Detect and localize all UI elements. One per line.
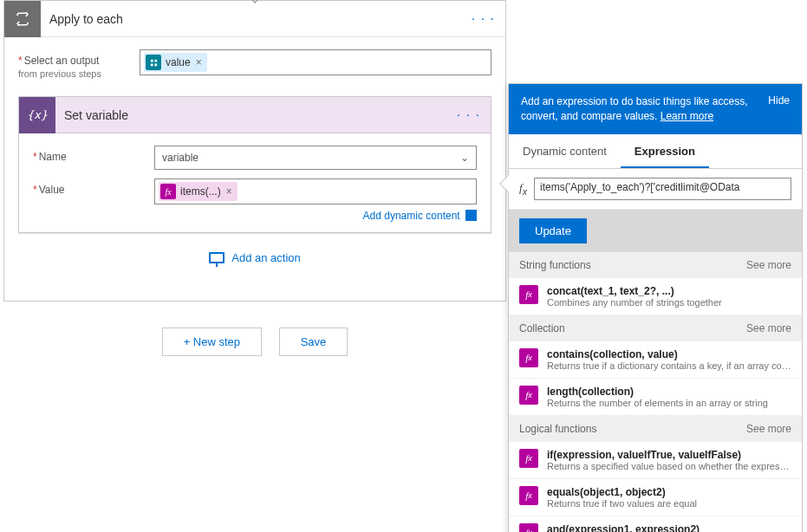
fx-icon: fx xyxy=(519,285,538,304)
function-list-scroll[interactable]: String functionsSee morefxconcat(text_1,… xyxy=(509,252,802,532)
save-button[interactable]: Save xyxy=(279,328,348,356)
value-input[interactable]: fx items(...) × xyxy=(154,178,477,204)
variable-icon: {x} xyxy=(19,97,55,133)
function-item[interactable]: fxif(expression, valueIfTrue, valueIfFal… xyxy=(509,442,802,479)
loop-icon xyxy=(4,1,41,37)
select-output-label: *Select an output from previous steps xyxy=(18,49,140,79)
apply-to-each-card: Apply to each · · · *Select an output fr… xyxy=(3,0,506,302)
function-section-header: String functionsSee more xyxy=(509,252,802,278)
apply-to-each-title: Apply to each xyxy=(41,12,472,26)
function-name: contains(collection, value) xyxy=(547,348,791,360)
function-name: equals(object1, object2) xyxy=(547,486,791,498)
function-item[interactable]: fxcontains(collection, value)Returns tru… xyxy=(509,341,802,379)
remove-pill-icon[interactable]: × xyxy=(196,56,202,68)
tab-dynamic-content[interactable]: Dynamic content xyxy=(509,134,621,168)
fx-icon: fx xyxy=(160,184,176,199)
fx-icon: fx xyxy=(519,449,538,468)
function-item[interactable]: fxlength(collection)Returns the number o… xyxy=(509,379,802,416)
panel-tip: Add an expression to do basic things lik… xyxy=(521,94,759,124)
select-output-input[interactable]: value × xyxy=(140,49,491,75)
function-item[interactable]: fxconcat(text_1, text_2?, ...)Combines a… xyxy=(509,278,802,315)
set-variable-title: Set variable xyxy=(55,108,457,122)
function-item[interactable]: fxequals(object1, object2)Returns true i… xyxy=(509,479,802,516)
function-name: length(collection) xyxy=(547,386,791,398)
function-desc: Returns the number of elements in an arr… xyxy=(547,398,791,408)
fx-icon: fx xyxy=(519,348,538,367)
set-variable-menu[interactable]: · · · xyxy=(457,107,480,123)
update-button[interactable]: Update xyxy=(519,218,587,243)
function-section-header: CollectionSee more xyxy=(509,315,802,341)
learn-more-link[interactable]: Learn more xyxy=(661,110,713,122)
function-name: and(expression1, expression2) xyxy=(547,523,791,532)
output-pill-value[interactable]: value × xyxy=(144,53,207,72)
see-more-link[interactable]: See more xyxy=(746,259,791,271)
value-label: *Value xyxy=(33,178,154,196)
expression-panel: Add an expression to do basic things lik… xyxy=(508,83,803,532)
function-item[interactable]: fxand(expression1, expression2)Returns t… xyxy=(509,516,802,532)
hide-panel-button[interactable]: Hide xyxy=(768,94,790,124)
add-action-button[interactable]: Add an action xyxy=(209,251,301,264)
tab-expression[interactable]: Expression xyxy=(621,134,709,168)
fx-icon: fx xyxy=(519,523,538,532)
see-more-link[interactable]: See more xyxy=(746,423,791,435)
set-variable-card: {x} Set variable · · · *Name variable ⌄ xyxy=(18,96,491,233)
remove-pill-icon[interactable]: × xyxy=(226,185,232,198)
fx-icon: fx xyxy=(519,486,538,505)
fx-icon: fx xyxy=(519,181,527,197)
add-action-icon xyxy=(209,252,225,263)
value-pill-expression[interactable]: fx items(...) × xyxy=(159,182,238,201)
add-dynamic-content-link[interactable]: Add dynamic content xyxy=(363,210,460,222)
apply-to-each-menu[interactable]: · · · xyxy=(472,11,495,27)
expression-input[interactable]: items('Apply_to_each')?['creditlimit@ODa… xyxy=(534,178,791,200)
chevron-down-icon: ⌄ xyxy=(460,152,469,164)
function-desc: Returns true if a dictionary contains a … xyxy=(547,360,791,371)
new-step-button[interactable]: + New step xyxy=(162,328,262,356)
function-name: if(expression, valueIfTrue, valueIfFalse… xyxy=(547,449,791,461)
see-more-link[interactable]: See more xyxy=(746,322,791,334)
dataverse-icon xyxy=(146,55,161,70)
fx-icon: fx xyxy=(519,386,538,405)
function-section-header: Logical functionsSee more xyxy=(509,416,802,442)
function-name: concat(text_1, text_2?, ...) xyxy=(547,285,791,297)
function-desc: Returns true if two values are equal xyxy=(547,498,791,509)
variable-name-select[interactable]: variable ⌄ xyxy=(154,146,477,170)
collapse-panel-icon[interactable] xyxy=(465,210,477,221)
function-desc: Combines any number of strings together xyxy=(547,297,791,308)
function-desc: Returns a specified value based on wheth… xyxy=(547,461,791,471)
name-label: *Name xyxy=(33,146,154,163)
